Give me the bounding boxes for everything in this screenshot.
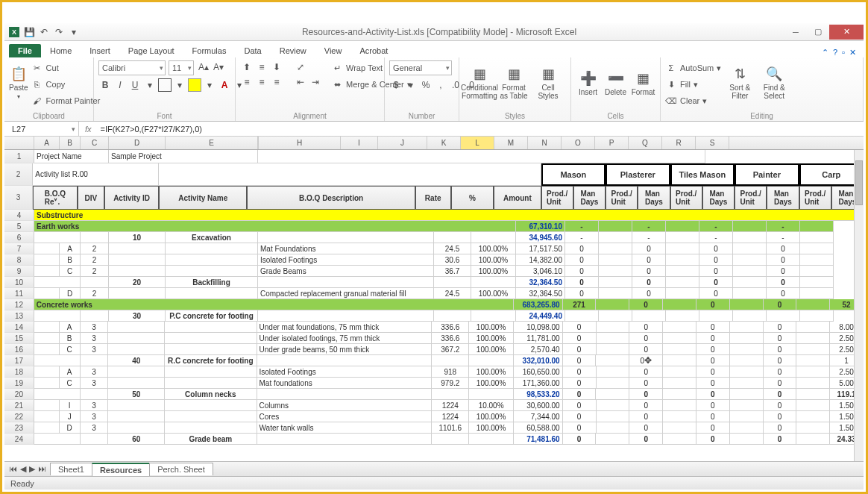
cell[interactable]: Water tank walls [257,422,433,434]
row-header[interactable]: 14 [4,322,34,333]
cell[interactable] [663,411,696,422]
font-name-select[interactable]: Calibri [98,60,166,75]
sheet-tab[interactable]: Sheet1 [50,463,92,475]
cell[interactable]: 0 [699,288,733,299]
cell[interactable] [733,288,767,299]
cell[interactable] [800,254,834,266]
cell[interactable] [109,266,166,277]
cell[interactable]: 0 [696,422,730,434]
cell[interactable]: 60 [108,434,165,445]
col-header[interactable]: K [427,137,461,149]
italic-button[interactable]: I [113,78,127,92]
cell[interactable] [165,366,257,378]
cell[interactable]: Under grade beams, 50 mm thick [257,344,433,355]
cell[interactable]: 0 [767,288,800,299]
row-header[interactable]: 15 [4,333,34,344]
cell[interactable] [663,333,696,344]
cell[interactable]: 3 [81,333,109,344]
cell[interactable]: I [60,400,81,411]
cell-styles-button[interactable]: ▦Cell Styles [532,60,564,105]
cell[interactable]: 17,517.50 [516,243,565,254]
cell[interactable]: 160,650.00 [514,366,563,378]
clear-button[interactable]: ⌫Clear▾ [665,93,721,108]
row-header[interactable]: 18 [4,366,34,378]
cell[interactable] [800,288,834,299]
cell[interactable] [434,277,471,288]
cell[interactable]: B [60,254,81,266]
cell[interactable]: 0 [767,243,800,254]
cell[interactable]: 3 [81,366,109,378]
align-bottom-icon[interactable]: ⬇ [270,60,283,74]
cell[interactable] [800,310,834,322]
cell[interactable]: 0 [563,422,597,434]
cell[interactable] [81,232,109,243]
cell[interactable] [733,310,767,322]
cell[interactable] [733,254,767,266]
font-size-select[interactable]: 11 [169,60,194,75]
maximize-button[interactable]: ▢ [807,25,829,40]
cell[interactable]: - [565,221,599,232]
align-right-icon[interactable]: ≡ [270,75,283,89]
cell[interactable] [469,434,514,445]
cell[interactable] [796,344,830,355]
cell[interactable]: Tiles Mason [670,163,735,186]
cell[interactable]: 0 [764,355,797,366]
cell[interactable]: Sample Project [109,150,258,163]
cell[interactable]: - [699,232,733,243]
cell[interactable]: - [767,232,800,243]
cell[interactable]: B.O.Q Description [247,186,415,210]
cell[interactable]: 0 [767,277,800,288]
cell[interactable]: 24.5 [434,243,471,254]
cell[interactable]: 0 [629,400,663,411]
cell[interactable]: 100.00% [469,322,514,333]
minimize-button[interactable]: ─ [784,25,807,40]
cell[interactable]: 0 [565,277,599,288]
cell[interactable] [599,232,632,243]
row-header[interactable]: 12 [4,299,34,310]
cell[interactable]: Under mat foundations, 75 mm thick [257,322,433,333]
cell[interactable] [596,389,629,400]
name-box[interactable]: L27 [4,122,79,136]
cell[interactable] [81,310,109,322]
cell[interactable]: 32,364.50 [516,277,565,288]
cell[interactable]: 0 [764,434,797,445]
cell[interactable] [258,150,705,163]
cell[interactable]: 0 [696,434,730,445]
cell[interactable] [666,221,699,232]
cell[interactable] [34,378,60,389]
cell[interactable]: 60,588.00 [514,422,563,434]
cell[interactable] [666,232,699,243]
cell[interactable] [730,422,764,434]
decrease-font-icon[interactable]: A▾ [212,60,225,74]
cell[interactable]: 0 [565,243,599,254]
cell[interactable] [34,322,60,333]
cell[interactable] [663,355,696,366]
cell[interactable] [733,243,767,254]
cell[interactable]: Under isolated footings, 75 mm thick [257,333,433,344]
cell[interactable]: Backfilling [166,277,258,288]
cell[interactable] [599,310,632,322]
cell[interactable]: Mat foundations [257,378,433,389]
copy-button[interactable]: ⎘Copy [31,77,101,92]
cell[interactable]: 0 [696,322,730,333]
cell[interactable] [108,378,165,389]
cell[interactable] [34,310,81,322]
cell[interactable]: - [632,221,666,232]
window-restore-icon[interactable]: ▫ [842,48,845,57]
bold-button[interactable]: B [98,78,112,92]
cell[interactable] [469,389,514,400]
cell[interactable]: D [60,288,81,299]
cell[interactable]: 336.6 [432,333,469,344]
cell[interactable] [108,422,165,434]
cell[interactable] [258,310,434,322]
cell[interactable]: A [60,322,81,333]
cell[interactable] [730,366,764,378]
cell[interactable] [471,277,516,288]
cell[interactable]: 0 [696,299,730,310]
select-all-button[interactable] [4,137,34,149]
cell[interactable]: Prod./ Unit [799,186,831,210]
cell[interactable] [34,389,81,400]
view-tab[interactable]: View [315,44,351,57]
review-tab[interactable]: Review [271,44,315,57]
cell[interactable]: A [60,243,81,254]
